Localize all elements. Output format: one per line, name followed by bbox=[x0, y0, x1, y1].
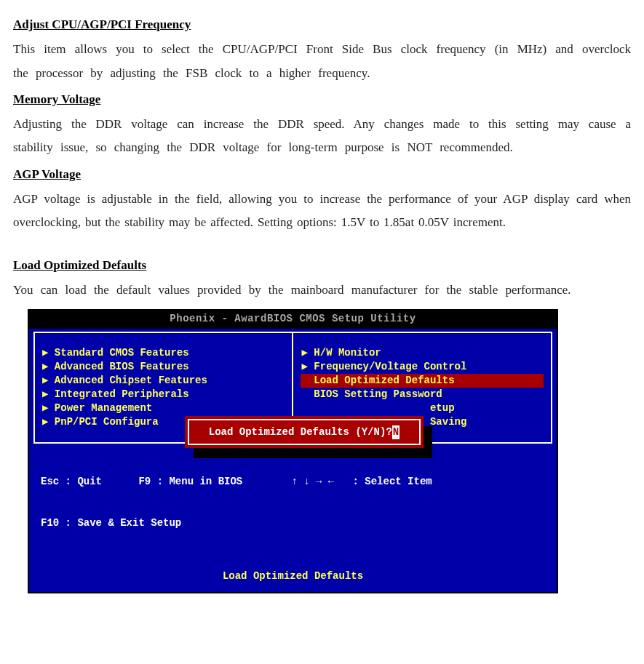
bios-screenshot: Phoenix - AwardBIOS CMOS Setup Utility ▶… bbox=[28, 309, 558, 593]
confirm-dialog-inner: Load Optimized Defaults (Y/N)? N bbox=[188, 419, 421, 445]
paragraph-load-defaults: You can load the default values provided… bbox=[13, 279, 631, 302]
confirm-dialog-text: Load Optimized Defaults (Y/N)? bbox=[209, 425, 392, 439]
paragraph-agp-voltage: AGP voltage is adjustable in the field, … bbox=[13, 188, 631, 235]
menu-item[interactable]: ▶ Frequency/Voltage Control bbox=[302, 360, 544, 374]
menu-item-selected[interactable]: Load Optimized Defaults bbox=[301, 374, 544, 388]
confirm-dialog: Load Optimized Defaults (Y/N)? N bbox=[185, 416, 424, 448]
heading-agp-voltage: AGP Voltage bbox=[13, 163, 631, 186]
menu-item[interactable]: etup bbox=[302, 401, 544, 415]
key-hint-line: F10 : Save & Exit Setup bbox=[41, 516, 545, 530]
menu-item[interactable]: BIOS Setting Password bbox=[302, 388, 544, 401]
heading-adjust-frequency: Adjust CPU/AGP/PCI Frequency bbox=[13, 13, 631, 36]
heading-memory-voltage: Memory Voltage bbox=[13, 88, 631, 111]
menu-item[interactable]: ▶ Power Management bbox=[42, 401, 285, 415]
key-hint-line: Esc : Quit F9 : Menu in BIOS ↑ ↓ → ← : S… bbox=[41, 475, 545, 489]
bios-title-bar: Phoenix - AwardBIOS CMOS Setup Utility bbox=[29, 311, 557, 329]
menu-item[interactable]: ▶ Standard CMOS Features bbox=[42, 346, 285, 360]
paragraph-adjust-frequency: This item allows you to select the CPU/A… bbox=[13, 38, 631, 85]
bios-footer-description: Load Optimized Defaults bbox=[29, 565, 557, 592]
menu-item[interactable]: ▶ Advanced Chipset Features bbox=[42, 374, 285, 388]
bios-menu-body: ▶ Standard CMOS Features ▶ Advanced BIOS… bbox=[29, 329, 557, 443]
menu-item[interactable]: ▶ Advanced BIOS Features bbox=[42, 360, 285, 374]
heading-load-defaults: Load Optimized Defaults bbox=[13, 254, 631, 277]
bios-key-hints: Esc : Quit F9 : Menu in BIOS ↑ ↓ → ← : S… bbox=[29, 444, 557, 565]
paragraph-memory-voltage: Adjusting the DDR voltage can increase t… bbox=[13, 113, 631, 160]
menu-item[interactable]: ▶ Integrated Peripherals bbox=[42, 388, 285, 401]
menu-item[interactable]: ▶ H/W Monitor bbox=[302, 346, 544, 360]
confirm-dialog-answer[interactable]: N bbox=[392, 425, 399, 439]
